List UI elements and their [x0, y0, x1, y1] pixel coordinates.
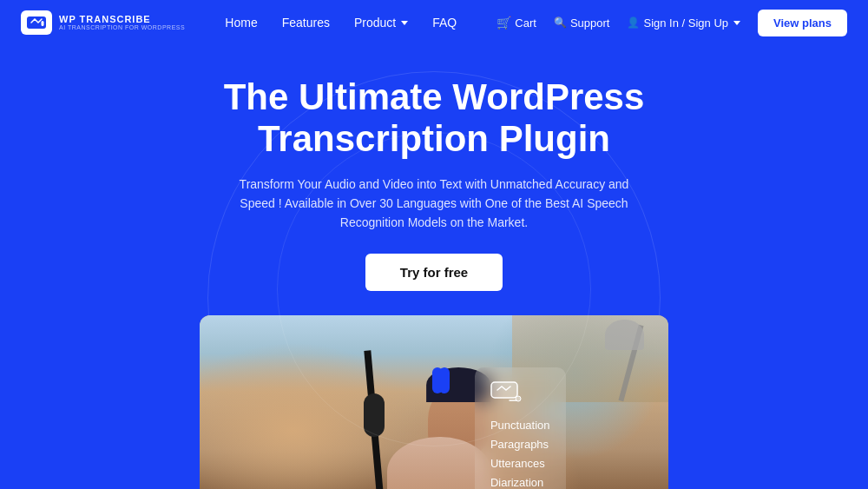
feature-paragraphs: Paragraphs: [490, 435, 550, 454]
feature-diarization: Diarization: [490, 473, 550, 489]
hero-section: The Ultimate WordPress Transcription Plu…: [0, 45, 868, 489]
hero-image-container: Punctuation Paragraphs Utterances Diariz…: [200, 315, 668, 489]
nav-product[interactable]: Product: [354, 16, 408, 30]
nav-cart[interactable]: 🛒 Cart: [496, 16, 536, 30]
podcast-image: [200, 315, 668, 489]
svg-rect-2: [42, 21, 44, 26]
logo-icon: [21, 10, 52, 35]
try-free-button[interactable]: Try for free: [365, 254, 503, 291]
nav-features[interactable]: Features: [282, 16, 330, 30]
nav-home[interactable]: Home: [225, 16, 257, 30]
hero-subtitle: Transform Your Audio and Video into Text…: [226, 175, 642, 233]
hero-title: The Ultimate WordPress Transcription Plu…: [17, 76, 851, 161]
product-chevron-icon: [401, 21, 408, 25]
svg-point-4: [516, 396, 521, 401]
nav-support[interactable]: 🔍 Support: [554, 17, 610, 30]
features-card-icon: [490, 380, 550, 409]
logo-brand: WP TRANSCRIBE: [59, 14, 185, 24]
signin-chevron-icon: [733, 21, 740, 25]
logo-text: WP TRANSCRIBE AI TRANSCRIPTION FOR WORDP…: [59, 14, 185, 31]
logo-subtitle: AI TRANSCRIPTION FOR WORDPRESS: [59, 24, 185, 31]
hero-image-area: Punctuation Paragraphs Utterances Diariz…: [17, 315, 851, 489]
user-icon: 👤: [627, 17, 640, 29]
svg-rect-3: [491, 382, 517, 398]
feature-utterances: Utterances: [490, 454, 550, 473]
navbar: WP TRANSCRIBE AI TRANSCRIPTION FOR WORDP…: [0, 0, 868, 45]
feature-punctuation: Punctuation: [490, 416, 550, 435]
view-plans-button[interactable]: View plans: [758, 10, 847, 36]
nav-links: Home Features Product FAQ: [225, 16, 457, 30]
nav-faq[interactable]: FAQ: [432, 16, 457, 30]
search-icon: 🔍: [554, 17, 567, 29]
features-card: Punctuation Paragraphs Utterances Diariz…: [475, 367, 566, 489]
nav-right: 🛒 Cart 🔍 Support 👤 Sign In / Sign Up Vie…: [496, 10, 847, 36]
logo[interactable]: WP TRANSCRIBE AI TRANSCRIPTION FOR WORDP…: [21, 10, 185, 35]
nav-signin[interactable]: 👤 Sign In / Sign Up: [627, 17, 740, 30]
cart-icon: 🛒: [496, 16, 511, 30]
